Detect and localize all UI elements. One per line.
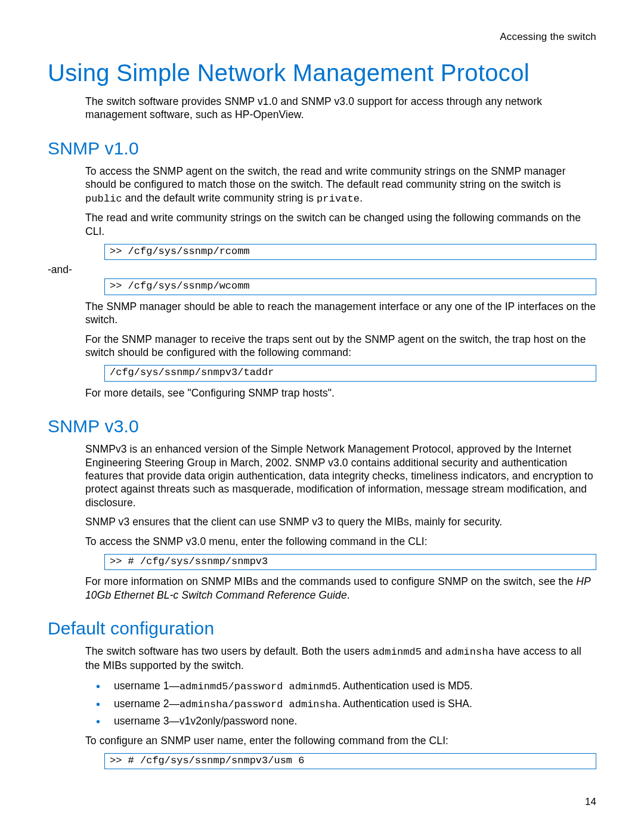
page-number: 14	[585, 796, 596, 808]
s2-p1: SNMPv3 is an enhanced version of the Sim…	[85, 442, 596, 509]
section-heading-default-config: Default configuration	[48, 618, 596, 639]
b1-b: . Authentication used is MD5.	[338, 680, 473, 692]
section-body-snmp-v1b: >> /cfg/sys/ssnmp/wcomm The SNMP manager…	[85, 278, 596, 400]
list-item: username 2—adminsha/password adminsha. A…	[85, 696, 596, 713]
b1-a: username 1—	[114, 680, 179, 692]
section-heading-snmp-v3: SNMP v3.0	[48, 416, 596, 436]
page: Accessing the switch Using Simple Networ…	[0, 0, 644, 833]
list-item: username 1—adminmd5/password adminmd5. A…	[85, 678, 596, 695]
s1-p1-code2: private	[317, 193, 360, 205]
s1-p1-code1: public	[85, 193, 122, 205]
s1-p1: To access the SNMP agent on the switch, …	[85, 165, 596, 206]
section-body-snmp-v3: SNMPv3 is an enhanced version of the Sim…	[85, 442, 596, 602]
command-box-usm: >> # /cfg/sys/ssnmp/snmpv3/usm 6	[104, 753, 596, 769]
command-box-taddr: /cfg/sys/ssnmp/snmpv3/taddr	[104, 365, 596, 381]
running-header: Accessing the switch	[48, 31, 596, 43]
section-body-default-config: The switch software has two users by def…	[85, 645, 596, 769]
s1-p4: For the SNMP manager to receive the trap…	[85, 333, 596, 360]
s2-p3: To access the SNMP v3.0 menu, enter the …	[85, 535, 596, 548]
section-heading-snmp-v1: SNMP v1.0	[48, 138, 596, 159]
b2-a: username 2—	[114, 698, 179, 710]
s2-p4-a: For more information on SNMP MIBs and th…	[85, 575, 576, 587]
s1-p2: The read and write community strings on …	[85, 211, 596, 238]
s1-p3: The SNMP manager should be able to reach…	[85, 300, 596, 327]
s2-p4-b: .	[347, 589, 350, 601]
s1-p1-b: and the default write community string i…	[122, 192, 317, 204]
s3-p1: The switch software has two users by def…	[85, 645, 596, 672]
b2-code: adminsha/password adminsha	[179, 699, 338, 710]
s1-p1-c: .	[360, 192, 363, 204]
s1-p5: For more details, see "Configuring SNMP …	[85, 386, 596, 400]
s2-p4: For more information on SNMP MIBs and th…	[85, 575, 596, 602]
s3-p2: To configure an SNMP user name, enter th…	[85, 734, 596, 747]
b1-code: adminmd5/password adminmd5	[179, 681, 338, 692]
s2-p2: SNMP v3 ensures that the client can use …	[85, 515, 596, 528]
page-title: Using Simple Network Management Protocol	[48, 60, 596, 86]
s3-p1-code2: adminsha	[445, 646, 494, 658]
b2-b: . Authentication used is SHA.	[338, 698, 472, 710]
s1-p1-a: To access the SNMP agent on the switch, …	[85, 165, 566, 190]
s3-p1-a: The switch software has two users by def…	[85, 645, 373, 657]
intro-block: The switch software provides SNMP v1.0 a…	[85, 95, 596, 122]
command-box-snmpv3: >> # /cfg/sys/ssnmp/snmpv3	[104, 554, 596, 570]
command-box-wcomm: >> /cfg/sys/ssnmp/wcomm	[104, 278, 596, 295]
bullet-list: username 1—adminmd5/password adminmd5. A…	[85, 678, 596, 729]
section-body-snmp-v1: To access the SNMP agent on the switch, …	[85, 165, 596, 261]
s3-p1-code1: adminmd5	[373, 646, 422, 658]
s3-p1-b: and	[422, 645, 445, 657]
command-box-rcomm: >> /cfg/sys/ssnmp/rcomm	[104, 244, 596, 260]
and-separator: -and-	[48, 264, 72, 275]
intro-paragraph: The switch software provides SNMP v1.0 a…	[85, 95, 596, 122]
b3: username 3—v1v2only/password none.	[114, 715, 297, 727]
list-item: username 3—v1v2only/password none.	[85, 713, 596, 729]
